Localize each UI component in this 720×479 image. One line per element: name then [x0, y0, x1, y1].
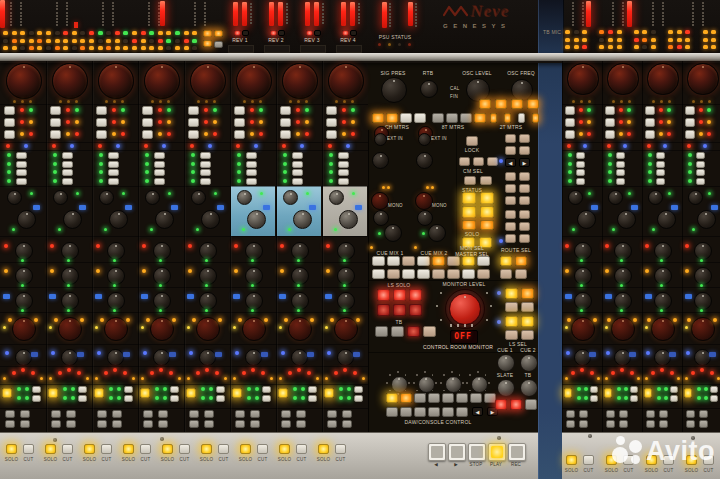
button[interactable]: [505, 316, 518, 327]
button[interactable]: ◀: [472, 407, 483, 416]
button[interactable]: [154, 152, 165, 159]
button[interactable]: [579, 410, 588, 418]
button[interactable]: [350, 30, 357, 36]
button[interactable]: [292, 161, 303, 168]
button[interactable]: [566, 420, 575, 428]
knob[interactable]: [150, 317, 174, 341]
button[interactable]: [519, 134, 530, 143]
button[interactable]: [188, 130, 199, 139]
knob[interactable]: [155, 210, 174, 229]
gain-knob[interactable]: [190, 63, 226, 99]
knob[interactable]: [614, 242, 632, 260]
button[interactable]: [521, 316, 534, 327]
knob[interactable]: [15, 267, 33, 285]
button[interactable]: [20, 410, 30, 418]
button[interactable]: [377, 304, 390, 316]
button[interactable]: [387, 256, 400, 266]
button[interactable]: [204, 420, 214, 428]
button[interactable]: [686, 410, 695, 418]
knob[interactable]: [199, 242, 217, 260]
button[interactable]: [519, 210, 530, 219]
button[interactable]: [630, 395, 638, 402]
knob[interactable]: [199, 349, 216, 366]
button[interactable]: [342, 410, 352, 418]
button[interactable]: [324, 388, 334, 398]
button[interactable]: [656, 161, 666, 168]
button[interactable]: [456, 407, 468, 417]
button[interactable]: [32, 386, 41, 393]
button[interactable]: [78, 395, 87, 402]
knob[interactable]: [107, 349, 124, 366]
knob[interactable]: [371, 192, 389, 210]
button[interactable]: [124, 386, 133, 393]
knob[interactable]: [245, 292, 263, 310]
button[interactable]: [464, 176, 476, 185]
button[interactable]: [50, 118, 61, 127]
knob[interactable]: [145, 190, 160, 205]
button[interactable]: [306, 30, 313, 36]
button[interactable]: [442, 407, 454, 417]
button[interactable]: [480, 206, 494, 218]
button[interactable]: [342, 30, 349, 36]
knob[interactable]: [417, 210, 433, 226]
button[interactable]: [154, 169, 165, 176]
button[interactable]: [400, 393, 412, 403]
button[interactable]: [242, 30, 249, 36]
button[interactable]: [216, 395, 225, 402]
button[interactable]: [605, 118, 615, 127]
button[interactable]: [2, 388, 12, 398]
button[interactable]: [66, 420, 76, 428]
button[interactable]: [505, 146, 516, 155]
button[interactable]: [235, 420, 245, 428]
button[interactable]: [564, 388, 573, 398]
button[interactable]: [296, 444, 307, 454]
button[interactable]: [338, 178, 349, 185]
button[interactable]: [505, 196, 516, 205]
button[interactable]: [515, 256, 527, 266]
button[interactable]: [327, 410, 337, 418]
button[interactable]: [619, 410, 628, 418]
knob[interactable]: [61, 267, 79, 285]
knob[interactable]: [58, 317, 82, 341]
button[interactable]: [605, 130, 615, 139]
button[interactable]: [474, 113, 486, 123]
button[interactable]: [101, 444, 112, 454]
button[interactable]: [189, 410, 199, 418]
button[interactable]: [670, 386, 678, 393]
button[interactable]: [386, 407, 398, 417]
knob[interactable]: [373, 210, 389, 226]
knob[interactable]: [420, 80, 438, 98]
button[interactable]: [477, 269, 490, 279]
button[interactable]: [278, 388, 288, 398]
button[interactable]: [432, 269, 445, 279]
button[interactable]: [204, 410, 214, 418]
button[interactable]: [510, 399, 522, 410]
button[interactable]: [480, 220, 494, 230]
transport-button-ffwd[interactable]: [448, 443, 466, 461]
button[interactable]: [477, 256, 490, 266]
button[interactable]: [250, 420, 260, 428]
knob[interactable]: [608, 190, 623, 205]
button[interactable]: [386, 393, 398, 403]
button[interactable]: [576, 169, 586, 176]
button[interactable]: [257, 444, 268, 454]
button[interactable]: [590, 395, 598, 402]
button[interactable]: [590, 386, 598, 393]
knob[interactable]: [15, 292, 33, 310]
knob[interactable]: [288, 317, 312, 341]
button[interactable]: [338, 152, 349, 159]
knob[interactable]: [293, 210, 312, 229]
button[interactable]: [505, 134, 516, 143]
button[interactable]: [62, 152, 73, 159]
knob[interactable]: [471, 376, 488, 393]
button[interactable]: [616, 152, 626, 159]
button[interactable]: [428, 393, 440, 403]
button[interactable]: [387, 269, 400, 279]
button[interactable]: [262, 395, 271, 402]
knob[interactable]: [245, 349, 262, 366]
button[interactable]: [50, 130, 61, 139]
button[interactable]: [372, 113, 384, 123]
button[interactable]: [400, 407, 412, 417]
button[interactable]: [84, 444, 95, 454]
button[interactable]: [154, 161, 165, 168]
